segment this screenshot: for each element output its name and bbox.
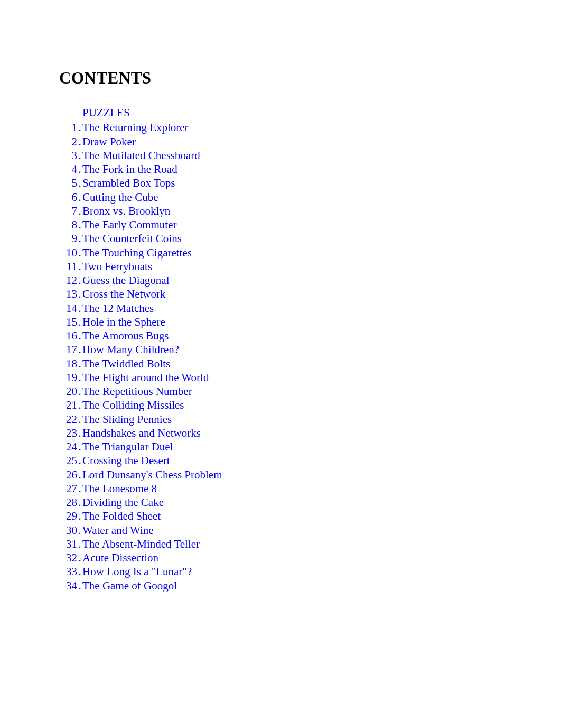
toc-entry-number: 18 (59, 357, 77, 371)
toc-entry-separator: . (77, 454, 82, 467)
toc-entry[interactable]: 16.The Amorous Bugs (59, 329, 561, 343)
toc-entry-title[interactable]: The Game of Googol (82, 579, 177, 593)
toc-entry-title[interactable]: The Amorous Bugs (82, 329, 169, 343)
toc-entry[interactable]: 24.The Triangular Duel (59, 440, 561, 454)
toc-entry[interactable]: 27.The Lonesome 8 (59, 482, 561, 495)
toc-entry[interactable]: 29.The Folded Sheet (59, 509, 561, 523)
toc-entry-title[interactable]: How Long Is a "Lunar"? (82, 565, 192, 578)
toc-entry-number: 9 (59, 232, 77, 245)
toc-entry[interactable]: 34.The Game of Googol (59, 579, 561, 593)
toc-entry-title[interactable]: Cutting the Cube (82, 190, 158, 204)
toc-entry[interactable]: 17.How Many Children? (59, 343, 561, 356)
toc-entry[interactable]: 25.Crossing the Desert (59, 454, 561, 467)
toc-entry[interactable]: 30.Water and Wine (59, 523, 561, 537)
toc-entry-separator: . (77, 343, 82, 356)
toc-entry[interactable]: 9.The Counterfeit Coins (59, 232, 561, 245)
toc-entry-title[interactable]: The Lonesome 8 (82, 482, 157, 495)
toc-entry-separator: . (77, 260, 82, 273)
toc-entry[interactable]: 31.The Absent-Minded Teller (59, 537, 561, 551)
toc-entry-separator: . (77, 121, 82, 134)
toc-entry-title[interactable]: Two Ferryboats (82, 260, 152, 273)
toc-entry-separator: . (77, 329, 82, 343)
toc-entry[interactable]: 19.The Flight around the World (59, 371, 561, 384)
toc-entry-number: 15 (59, 315, 77, 329)
toc-entry-title[interactable]: Guess the Diagonal (82, 273, 169, 287)
toc-entry-title[interactable]: The Repetitious Number (82, 384, 192, 398)
toc-entry-number: 17 (59, 343, 77, 356)
toc-entry-number: 2 (59, 135, 77, 149)
toc-entry-title[interactable]: Water and Wine (82, 523, 154, 537)
toc-entry-number: 33 (59, 565, 77, 578)
toc-entry-title[interactable]: The Fork in the Road (82, 162, 177, 176)
toc-entry[interactable]: 6.Cutting the Cube (59, 190, 561, 204)
toc-entry-title[interactable]: The Touching Cigarettes (82, 246, 192, 260)
toc-entry-number: 27 (59, 482, 77, 495)
toc-entry-title[interactable]: The Early Commuter (82, 218, 176, 232)
toc-entry-title[interactable]: The Flight around the World (82, 371, 209, 384)
toc-entry[interactable]: 26.Lord Dunsany's Chess Problem (59, 468, 561, 482)
toc-entry-title[interactable]: The Folded Sheet (82, 509, 161, 523)
toc-entry-title[interactable]: The Absent-Minded Teller (82, 537, 200, 551)
toc-entry[interactable]: 3.The Mutilated Chessboard (59, 149, 561, 162)
toc-entry[interactable]: 15.Hole in the Sphere (59, 315, 561, 329)
toc-entry[interactable]: 7.Bronx vs. Brooklyn (59, 204, 561, 218)
toc-entry-separator: . (77, 509, 82, 523)
toc-entry[interactable]: 20.The Repetitious Number (59, 384, 561, 398)
toc-entry-title[interactable]: Scrambled Box Tops (82, 176, 175, 190)
toc-entry-title[interactable]: Dividing the Cake (82, 495, 164, 509)
toc-entry[interactable]: 2.Draw Poker (59, 135, 561, 149)
toc-entry[interactable]: 28.Dividing the Cake (59, 495, 561, 509)
toc-entry-title[interactable]: Lord Dunsany's Chess Problem (82, 468, 222, 482)
toc-entry[interactable]: 18.The Twiddled Bolts (59, 357, 561, 371)
toc-entry-title[interactable]: The Sliding Pennies (82, 412, 172, 426)
toc-entry-title[interactable]: The Triangular Duel (82, 440, 173, 454)
toc-entry-separator: . (77, 371, 82, 384)
toc-entry[interactable]: 5.Scrambled Box Tops (59, 176, 561, 190)
toc-entry-separator: . (77, 149, 82, 162)
toc-entry-separator: . (77, 190, 82, 204)
toc-entry-number: 32 (59, 551, 77, 565)
toc-entry-separator: . (77, 523, 82, 537)
table-of-contents: PUZZLES 1.The Returning Explorer2.Draw P… (59, 106, 561, 593)
toc-entry-title[interactable]: The Twiddled Bolts (82, 357, 170, 371)
toc-entry-title[interactable]: Draw Poker (82, 135, 136, 149)
toc-entry[interactable]: 4.The Fork in the Road (59, 162, 561, 176)
toc-entry[interactable]: 13.Cross the Network (59, 287, 561, 301)
toc-entry[interactable]: 22.The Sliding Pennies (59, 412, 561, 426)
toc-entry-title[interactable]: Cross the Network (82, 287, 165, 301)
toc-entry-number: 5 (59, 176, 77, 190)
toc-entry[interactable]: 11.Two Ferryboats (59, 260, 561, 273)
toc-section-puzzles[interactable]: PUZZLES (59, 106, 561, 119)
toc-entry-separator: . (77, 412, 82, 426)
toc-entry-number: 31 (59, 537, 77, 551)
toc-entry[interactable]: 23.Handshakes and Networks (59, 426, 561, 440)
toc-entry-title[interactable]: Crossing the Desert (82, 454, 170, 467)
toc-entry-title[interactable]: The Returning Explorer (82, 121, 189, 134)
toc-entry-separator: . (77, 287, 82, 301)
toc-entry-title[interactable]: How Many Children? (82, 343, 179, 356)
page-content: CONTENTS PUZZLES 1.The Returning Explore… (0, 0, 561, 593)
toc-entry-title[interactable]: Bronx vs. Brooklyn (82, 204, 170, 218)
toc-entry[interactable]: 10.The Touching Cigarettes (59, 246, 561, 260)
toc-entry-number: 29 (59, 509, 77, 523)
toc-entry[interactable]: 21.The Colliding Missiles (59, 398, 561, 412)
toc-entry-number: 22 (59, 412, 77, 426)
toc-entry-title[interactable]: The Counterfeit Coins (82, 232, 182, 245)
toc-entry-separator: . (77, 204, 82, 218)
toc-entry-separator: . (77, 440, 82, 454)
toc-entry-separator: . (77, 232, 82, 245)
toc-entry-title[interactable]: The Colliding Missiles (82, 398, 184, 412)
toc-entry[interactable]: 33.How Long Is a "Lunar"? (59, 565, 561, 578)
toc-entry[interactable]: 8.The Early Commuter (59, 218, 561, 232)
toc-entry-separator: . (77, 273, 82, 287)
toc-entry-title[interactable]: The Mutilated Chessboard (82, 149, 200, 162)
toc-entry-number: 24 (59, 440, 77, 454)
toc-entry-title[interactable]: Handshakes and Networks (82, 426, 201, 440)
toc-entry[interactable]: 32.Acute Dissection (59, 551, 561, 565)
toc-entry[interactable]: 1.The Returning Explorer (59, 121, 561, 134)
toc-entry-title[interactable]: Acute Dissection (82, 551, 158, 565)
toc-entry-title[interactable]: The 12 Matches (82, 301, 154, 315)
toc-entry[interactable]: 14.The 12 Matches (59, 301, 561, 315)
toc-entry-title[interactable]: Hole in the Sphere (82, 315, 165, 329)
toc-entry[interactable]: 12.Guess the Diagonal (59, 273, 561, 287)
